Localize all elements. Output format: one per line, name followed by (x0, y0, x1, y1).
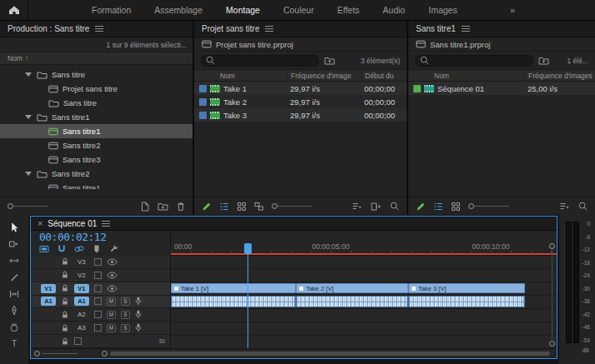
workspace-tab-couleur[interactable]: Couleur (272, 0, 326, 20)
chevron-down-icon[interactable] (25, 115, 32, 119)
lock-icon[interactable] (61, 337, 69, 346)
video-clip-take3[interactable]: Take 3 [V] (408, 283, 525, 293)
sync-lock-icon[interactable] (74, 337, 82, 345)
icon-view-icon[interactable] (451, 202, 461, 212)
sync-lock-icon[interactable] (94, 297, 102, 305)
track-v3-lane[interactable] (171, 256, 557, 269)
track-height-knob[interactable] (34, 351, 40, 357)
panel-menu-icon[interactable] (95, 26, 103, 32)
label-color-swatch[interactable] (199, 112, 207, 119)
track-target-a1[interactable]: A1 (74, 297, 89, 306)
microphone-icon[interactable] (135, 310, 142, 319)
track-a1-lane[interactable] (171, 296, 557, 309)
solo-button[interactable]: S (121, 311, 130, 319)
workspace-tab-effets[interactable]: Effets (326, 0, 372, 20)
zoom-handle-top[interactable] (549, 243, 555, 249)
sync-lock-icon[interactable] (94, 258, 102, 266)
workspace-overflow-button[interactable]: » (510, 5, 515, 15)
lock-icon[interactable] (61, 271, 69, 279)
track-v2-lane[interactable] (171, 269, 557, 282)
workspace-tab-images[interactable]: Images (417, 0, 468, 20)
mute-button[interactable]: M (107, 297, 116, 306)
zoom-handle-left[interactable] (102, 351, 108, 357)
list-view-icon[interactable] (219, 202, 229, 212)
name-column-header[interactable]: Nom ↑ (0, 52, 192, 65)
chevron-down-icon[interactable] (25, 172, 32, 176)
playhead-timecode[interactable]: 00:00:02:12 (31, 231, 170, 243)
project-table-header[interactable]: Nom Fréquence d'image Début du (194, 69, 407, 82)
tree-item-project[interactable]: Sans titre2 (0, 138, 192, 152)
track-header-a1[interactable]: A1 A1 M S (31, 296, 170, 309)
panel-menu-icon[interactable] (102, 221, 110, 227)
mute-button[interactable]: M (107, 324, 116, 332)
tree-item-project[interactable]: Sans titre3 (0, 152, 192, 167)
mute-button[interactable]: M (107, 311, 116, 319)
navigate-up-folder-icon[interactable] (538, 56, 549, 65)
new-bin-icon[interactable] (158, 202, 168, 211)
table-row-take2[interactable]: Take 2 29,97 i/s 00;00;00 (194, 95, 407, 108)
zoom-handle-bottom[interactable] (549, 341, 555, 347)
automate-to-sequence-icon[interactable] (371, 202, 382, 212)
track-name[interactable]: V3 (74, 258, 89, 266)
project-breadcrumb[interactable]: Projet sans titre.prproj (194, 37, 407, 52)
lock-icon[interactable] (61, 284, 69, 292)
sync-lock-icon[interactable] (94, 285, 102, 292)
writable-pencil-icon[interactable] (416, 202, 426, 212)
lock-icon[interactable] (61, 311, 69, 319)
search-input[interactable] (201, 55, 319, 67)
track-header-v1[interactable]: V1 V1 (31, 282, 170, 296)
bin-breadcrumb[interactable]: Sans titre1.prproj (408, 37, 595, 52)
track-v1-lane[interactable]: Take 1 [V] Take 2 [V] Take 3 [V] (171, 282, 557, 296)
scrollbar-thumb[interactable] (110, 352, 550, 356)
panel-menu-icon[interactable] (462, 26, 470, 32)
bin-tab[interactable]: Sans titre1 (416, 24, 456, 33)
razor-tool[interactable] (8, 271, 21, 283)
track-header-master[interactable]: SI (31, 335, 170, 348)
tree-item-folder[interactable]: Sans titre (0, 67, 192, 82)
audio-clip-take1[interactable] (171, 296, 296, 307)
zoom-slider-knob[interactable] (272, 203, 278, 209)
track-name[interactable]: V2 (74, 272, 89, 279)
lock-icon[interactable] (61, 324, 69, 332)
thumbnail-zoom-slider[interactable] (272, 203, 312, 209)
timeline-horizontal-scrollbar[interactable] (31, 348, 557, 358)
hand-tool[interactable] (8, 321, 21, 333)
workspace-tab-assemblage[interactable]: Assemblage (142, 0, 214, 20)
bin-table-header[interactable]: Nom Fréquence d'images (408, 69, 595, 82)
panel-menu-icon[interactable] (265, 26, 273, 32)
find-icon[interactable] (390, 202, 399, 211)
eye-icon[interactable] (107, 285, 118, 292)
lock-icon[interactable] (61, 297, 69, 306)
table-row-sequence01[interactable]: Séquence 01 25,00 i/s (408, 82, 595, 95)
sync-lock-icon[interactable] (94, 311, 102, 318)
video-clip-take1[interactable]: Take 1 [V] (171, 283, 296, 293)
track-header-v3[interactable]: V3 (31, 256, 170, 269)
workspace-tab-montage[interactable]: Montage (214, 0, 272, 20)
track-master-lane[interactable] (171, 336, 557, 348)
tree-item-folder[interactable]: Sans titre1 (0, 110, 192, 124)
writable-pencil-icon[interactable] (202, 202, 212, 212)
linked-selection-icon[interactable] (74, 244, 84, 254)
track-header-a3[interactable]: A3 M S (31, 322, 170, 335)
thumbnail-zoom-slider[interactable] (468, 203, 509, 209)
navigate-up-folder-icon[interactable] (324, 56, 335, 65)
zoom-slider[interactable] (8, 203, 48, 209)
add-marker-icon[interactable] (92, 244, 102, 254)
label-color-swatch[interactable] (199, 85, 207, 92)
search-input[interactable] (415, 55, 533, 67)
sync-lock-icon[interactable] (94, 272, 102, 279)
solo-button[interactable]: S (121, 297, 130, 306)
timeline-settings-wrench-icon[interactable] (109, 244, 119, 254)
selection-tool[interactable] (8, 221, 21, 233)
zoom-slider-knob[interactable] (8, 203, 13, 209)
type-tool[interactable]: T (8, 337, 21, 350)
track-target-v1[interactable]: V1 (74, 284, 89, 293)
track-name[interactable]: A2 (74, 311, 89, 318)
eye-icon[interactable] (107, 258, 118, 266)
solo-button[interactable]: S (121, 324, 130, 332)
audio-clip-take2[interactable] (296, 296, 408, 307)
track-name[interactable]: A3 (74, 324, 89, 332)
timeline-tab[interactable]: Séquence 01 (48, 219, 97, 228)
audio-clip-take3[interactable] (408, 296, 525, 307)
sort-icon[interactable] (352, 202, 362, 211)
